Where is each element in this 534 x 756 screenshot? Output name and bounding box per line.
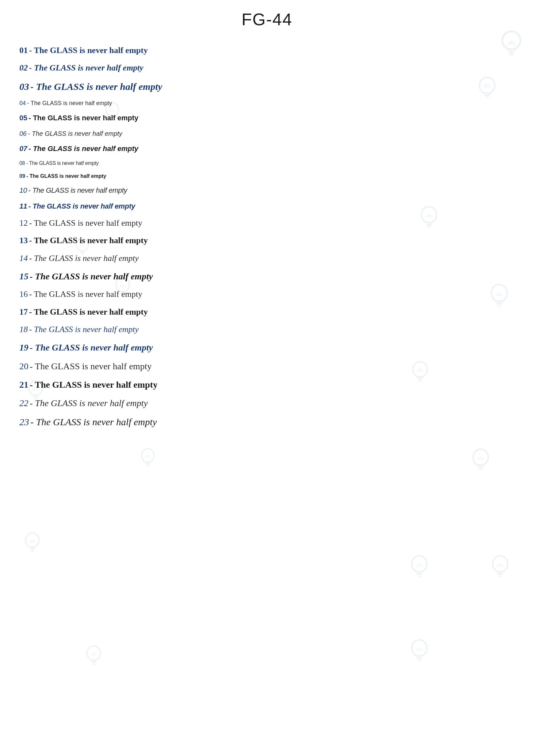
item-text: - The GLASS is never half empty	[27, 173, 106, 179]
item-number: 11	[19, 202, 27, 210]
list-item: 12- The GLASS is never half empty	[19, 217, 515, 229]
item-text: - The GLASS is never half empty	[30, 398, 148, 408]
svg-rect-41	[144, 461, 151, 463]
svg-rect-43	[146, 465, 149, 466]
item-number: 09	[19, 173, 25, 179]
list-item: 01- The GLASS is never half empty	[19, 45, 515, 56]
svg-point-44	[26, 533, 39, 548]
svg-rect-53	[496, 571, 504, 573]
svg-rect-62	[91, 662, 96, 663]
item-number: 13	[19, 236, 28, 245]
item-text: - The GLASS is never half empty	[28, 202, 135, 210]
item-text: - The GLASS is never half empty	[28, 114, 138, 122]
list-item: 04- The GLASS is never half empty	[19, 99, 515, 107]
list-item: 10- The GLASS is never half empty	[19, 186, 515, 196]
list-item: 06- The GLASS is never half empty	[19, 129, 515, 138]
svg-point-56	[412, 640, 427, 656]
item-text: - The GLASS is never half empty	[29, 254, 139, 263]
item-text: - The GLASS is never half empty	[29, 63, 143, 72]
list-item: 15- The GLASS is never half empty	[19, 270, 515, 283]
item-text: - The GLASS is never half empty	[29, 325, 139, 334]
watermark-icon-11	[136, 446, 160, 472]
list-item: 02- The GLASS is never half empty	[19, 62, 515, 74]
item-text: - The GLASS is never half empty	[30, 380, 158, 390]
list-item: 21- The GLASS is never half empty	[19, 378, 515, 391]
item-text: - The GLASS is never half empty	[30, 361, 151, 371]
svg-rect-45	[29, 547, 36, 548]
item-text: - The GLASS is never half empty	[27, 100, 112, 106]
item-number: 22	[19, 398, 28, 408]
svg-rect-61	[90, 660, 97, 661]
item-text: - The GLASS is never half empty	[29, 289, 142, 299]
list-item: 03- The GLASS is never half empty	[19, 80, 515, 94]
item-number: 20	[19, 361, 28, 371]
item-number: 15	[19, 271, 28, 281]
watermark-icon-14	[486, 553, 515, 583]
item-number: 18	[19, 325, 28, 334]
item-number: 04	[19, 100, 26, 106]
list-item: 14- The GLASS is never half empty	[19, 253, 515, 264]
watermark-icon-10	[466, 446, 495, 477]
item-number: 17	[19, 307, 28, 316]
watermark-icon-12	[19, 530, 45, 557]
list-item: 08- The GLASS is never half empty	[19, 160, 515, 167]
list-item: 19- The GLASS is never half empty	[19, 341, 515, 354]
svg-point-52	[493, 556, 508, 572]
item-text: - The GLASS is never half empty	[29, 307, 148, 316]
svg-point-40	[141, 449, 154, 462]
item-number: 03	[19, 81, 29, 92]
svg-point-48	[412, 556, 427, 572]
svg-rect-55	[498, 576, 502, 577]
item-number: 08	[19, 160, 25, 166]
list-item: 22- The GLASS is never half empty	[19, 397, 515, 409]
list-item: 20- The GLASS is never half empty	[19, 360, 515, 372]
watermark-icon-13	[405, 553, 434, 583]
item-text: - The GLASS is never half empty	[29, 218, 142, 228]
list-item: 13- The GLASS is never half empty	[19, 235, 515, 246]
svg-rect-51	[418, 576, 421, 577]
item-text: - The GLASS is never half empty	[30, 271, 153, 281]
watermark-icon-16	[81, 643, 107, 671]
page-title: FG-44	[0, 0, 534, 36]
item-text: - The GLASS is never half empty	[29, 45, 148, 55]
list-item: 17- The GLASS is never half empty	[19, 306, 515, 318]
item-text: - The GLASS is never half empty	[30, 342, 153, 352]
svg-point-36	[473, 449, 489, 465]
list-item: 11- The GLASS is never half empty	[19, 202, 515, 211]
list-item: 18- The GLASS is never half empty	[19, 324, 515, 335]
svg-rect-38	[478, 467, 484, 468]
item-number: 06	[19, 130, 27, 137]
item-text: - The GLASS is never half empty	[29, 236, 148, 245]
item-number: 12	[19, 218, 28, 228]
item-number: 01	[19, 45, 28, 55]
item-text: - The GLASS is never half empty	[28, 145, 138, 153]
svg-rect-50	[417, 573, 422, 575]
svg-rect-47	[31, 550, 34, 551]
list-item: 23- The GLASS is never half empty	[19, 415, 515, 429]
list-item: 16- The GLASS is never half empty	[19, 288, 515, 300]
item-text: - The GLASS is never half empty	[30, 417, 157, 427]
content-area: 01- The GLASS is never half empty02- The…	[0, 36, 534, 447]
svg-rect-57	[415, 655, 423, 657]
svg-rect-37	[476, 464, 485, 466]
item-text: - The GLASS is never half empty	[28, 186, 127, 194]
svg-rect-58	[417, 657, 422, 659]
item-number: 07	[19, 145, 27, 153]
item-number: 21	[19, 380, 28, 390]
list-item: 09- The GLASS is never half empty	[19, 173, 515, 180]
svg-rect-59	[418, 660, 421, 661]
item-number: 19	[19, 342, 28, 352]
item-text: - The GLASS is never half empty	[26, 160, 98, 166]
item-text: - The GLASS is never half empty	[30, 81, 162, 92]
item-number: 02	[19, 63, 28, 72]
svg-point-60	[87, 646, 100, 661]
item-text: - The GLASS is never half empty	[28, 130, 122, 137]
svg-rect-39	[479, 469, 483, 470]
svg-rect-49	[415, 571, 423, 573]
svg-rect-46	[30, 549, 35, 550]
svg-rect-63	[92, 663, 95, 664]
watermark-icon-15	[405, 637, 434, 667]
list-item: 07- The GLASS is never half empty	[19, 144, 515, 154]
item-number: 10	[19, 186, 27, 194]
svg-rect-42	[145, 463, 150, 465]
